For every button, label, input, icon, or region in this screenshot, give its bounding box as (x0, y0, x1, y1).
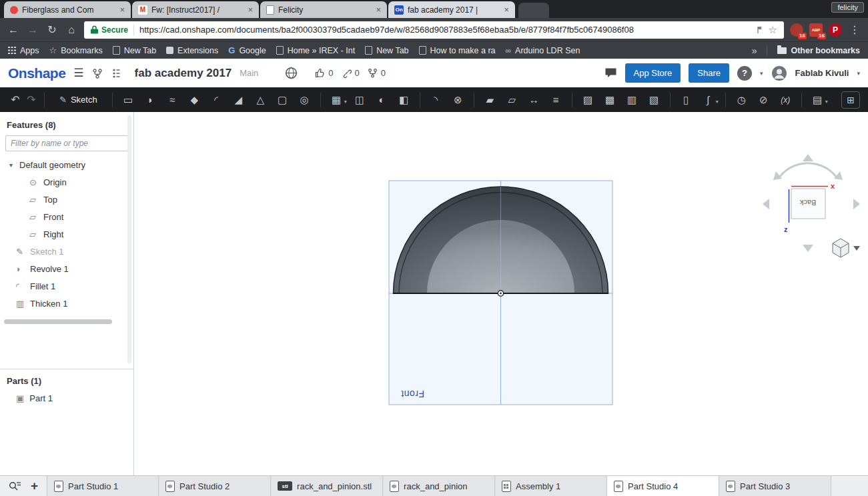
rotate-right-icon[interactable] (853, 199, 860, 209)
vertical-scrollbar[interactable] (127, 115, 131, 363)
draft-icon[interactable]: △ (250, 91, 271, 109)
element-tab-assembly-1[interactable]: Assembly 1 (495, 476, 607, 496)
bookmark-arduino[interactable]: ∞ Arduino LDR Sen (506, 46, 580, 55)
redo-icon[interactable]: ↷ (24, 93, 39, 106)
flag-icon[interactable] (757, 26, 763, 34)
app-store-button[interactable]: App Store (625, 63, 681, 83)
add-element-button[interactable]: + (31, 479, 38, 493)
user-name[interactable]: Fablab Kivuli (795, 68, 849, 78)
enclose-icon[interactable]: ▧ (644, 91, 665, 109)
versions-icon[interactable] (92, 68, 103, 79)
search-tabs-icon[interactable] (9, 481, 21, 491)
split-icon[interactable]: ◧ (394, 91, 414, 109)
browser-tab-1[interactable]: Fiberglass and Com × (4, 1, 131, 18)
tab-close-icon[interactable]: × (119, 5, 125, 15)
other-bookmarks-folder[interactable]: Other bookmarks (777, 46, 860, 55)
history-icon[interactable] (111, 68, 121, 79)
curves-caret-icon[interactable]: ▾ (716, 99, 719, 105)
comments-icon[interactable] (604, 67, 617, 79)
chevron-down-icon[interactable]: ▾ (9, 161, 19, 169)
feature-filter-input[interactable] (5, 135, 128, 151)
avatar[interactable] (771, 65, 787, 81)
view-mode-caret-icon[interactable] (853, 246, 860, 251)
link-counter[interactable]: 0 (342, 68, 360, 78)
measure-icon[interactable]: ⊘ (753, 91, 774, 109)
element-tab-part-studio-4-active[interactable]: Part Studio 4 (607, 476, 719, 496)
bookmark-apps[interactable]: Apps (8, 46, 39, 55)
fill-icon[interactable]: ▩ (600, 91, 620, 109)
new-tab-button[interactable] (518, 3, 549, 18)
bookmark-extensions[interactable]: Extensions (166, 46, 218, 55)
view-cube[interactable]: Back x z (754, 150, 867, 260)
delete-part-icon[interactable]: ⊗ (448, 91, 468, 109)
graphics-area[interactable]: Front Back x z (134, 112, 868, 475)
omnibox[interactable]: Secure https://cad.onshape.com/documents… (84, 21, 784, 39)
bookmark-star-icon[interactable]: ☆ (769, 24, 777, 36)
browser-tab-4-active[interactable]: On fab academy 2017 | × (388, 1, 515, 18)
tab-close-icon[interactable]: × (376, 5, 381, 15)
element-tab-part-studio-1[interactable]: Part Studio 1 (47, 476, 159, 496)
tree-item-origin[interactable]: ⊙ Origin (0, 173, 133, 191)
document-menu-icon[interactable]: ☰ (73, 66, 83, 80)
variable-icon[interactable]: (x) (775, 91, 796, 109)
loft-icon[interactable]: ◆ (184, 91, 205, 109)
front-plane-label[interactable]: Front (390, 389, 424, 399)
thicken-icon[interactable]: ▥ (622, 91, 642, 109)
chamfer-icon[interactable]: ◢ (228, 91, 249, 109)
move-face-icon[interactable]: ▰ (480, 91, 500, 109)
pattern-caret-icon[interactable]: ▾ (344, 99, 347, 105)
tree-item-revolve-1[interactable]: ◗ Revolve 1 (0, 260, 133, 277)
rotate-arc-icon[interactable] (779, 163, 837, 177)
part-row[interactable]: ▣ Part 1 (0, 391, 133, 407)
reload-icon[interactable]: ↻ (45, 23, 59, 36)
transform-icon[interactable]: ↔ (524, 91, 544, 109)
hole-icon[interactable]: ◎ (294, 91, 315, 109)
revolve-icon[interactable]: ◗ (140, 91, 161, 109)
back-icon[interactable]: ← (7, 24, 20, 36)
element-tab-part-studio-2[interactable]: Part Studio 2 (159, 476, 271, 496)
tree-item-sketch-1[interactable]: ✎ Sketch 1 (0, 243, 133, 260)
viewcube-face-label[interactable]: Back (799, 199, 816, 207)
offset-surface-icon[interactable]: ≡ (546, 91, 566, 109)
element-tab-rack-and-pinion[interactable]: rack_and_pinion (383, 476, 495, 496)
sketch-button[interactable]: ✎ Sketch (53, 92, 104, 107)
tab-close-icon[interactable]: × (248, 5, 253, 15)
element-tab-part-studio-3[interactable]: Part Studio 3 (719, 476, 831, 496)
secure-indicator[interactable]: Secure (91, 25, 128, 35)
rotate-left-icon[interactable] (763, 199, 769, 209)
onshape-logo[interactable]: Onshape (8, 65, 65, 81)
tree-item-front-plane[interactable]: ▱ Front (0, 208, 133, 225)
horizontal-scrollbar[interactable] (4, 319, 112, 324)
element-tab-stl[interactable]: stl rack_and_pinion.stl (271, 476, 383, 496)
help-caret-icon[interactable]: ▾ (760, 70, 763, 77)
dome-model[interactable] (384, 177, 618, 408)
fork-counter[interactable]: 0 (368, 68, 386, 78)
url-text[interactable]: https://cad.onshape.com/documents/ba2f00… (139, 25, 751, 35)
modify-fillet-icon[interactable]: ◝ (426, 91, 446, 109)
adblock-extension-icon[interactable]: ABP 16 (809, 23, 823, 37)
tree-item-top-plane[interactable]: ▱ Top (0, 191, 133, 208)
bookmark-new-tab[interactable]: New Tab (113, 46, 156, 55)
user-caret-icon[interactable]: ▾ (857, 70, 860, 77)
sweep-icon[interactable]: ≈ (162, 91, 183, 109)
fillet-icon[interactable]: ◜ (206, 91, 227, 109)
tree-item-fillet-1[interactable]: ◜ Fillet 1 (0, 277, 133, 295)
bookmark-new-tab-2[interactable]: New Tab (365, 46, 408, 55)
extrude-icon[interactable]: ▭ (118, 91, 139, 109)
bookmarks-overflow-icon[interactable]: » (752, 45, 757, 56)
rotate-down-icon[interactable] (803, 245, 813, 252)
document-title[interactable]: fab academy 2017 (135, 67, 232, 80)
boundary-surface-icon[interactable]: ▨ (578, 91, 598, 109)
browser-tab-2[interactable]: M Fw: [Instruct2017] / × (132, 1, 259, 18)
tab-close-icon[interactable]: × (504, 5, 509, 15)
browser-tab-3[interactable]: Felicity × (260, 1, 387, 18)
help-button[interactable]: ? (737, 66, 752, 81)
tree-item-thicken-1[interactable]: ▥ Thicken 1 (0, 295, 133, 312)
pinterest-extension-icon[interactable]: P (829, 23, 842, 37)
tree-item-right-plane[interactable]: ▱ Right (0, 225, 133, 243)
forward-icon[interactable]: → (26, 24, 39, 36)
undo-icon[interactable]: ↶ (8, 93, 23, 106)
share-button[interactable]: Share (689, 63, 729, 83)
zoom-to-fit-button[interactable]: ⊞ (841, 91, 860, 109)
plane-icon[interactable]: ▯ (676, 91, 697, 109)
